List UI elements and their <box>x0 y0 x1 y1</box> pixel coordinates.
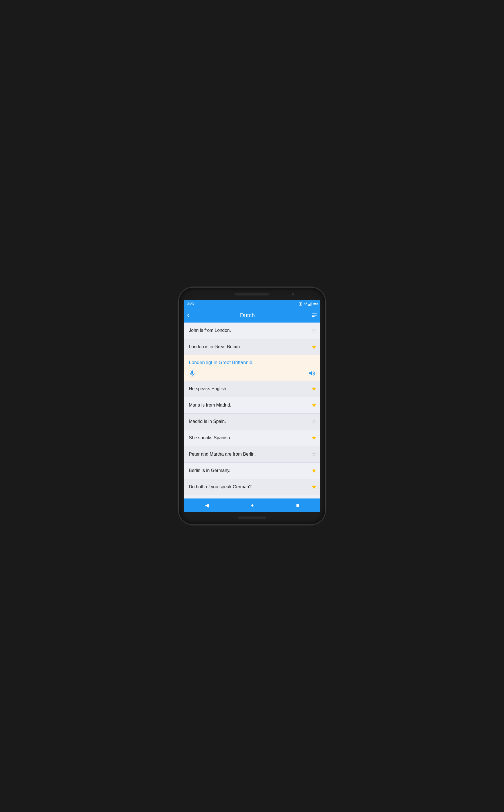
sentence-text: He speaks English. <box>189 386 227 392</box>
sim-icon <box>299 302 302 306</box>
star-button[interactable]: ★ <box>311 467 317 474</box>
list-item[interactable]: He speaks English. ★ <box>184 381 320 397</box>
svg-rect-8 <box>311 302 312 306</box>
phone-frame: 3:23 <box>179 288 325 524</box>
svg-marker-12 <box>309 371 312 376</box>
status-time: 3:23 <box>187 302 194 306</box>
status-icons <box>299 302 317 306</box>
list-item[interactable]: London is in Great Britain. ★ <box>184 339 320 355</box>
expanded-controls <box>189 370 315 377</box>
svg-rect-2 <box>300 303 300 303</box>
star-button[interactable]: ☆ <box>311 328 317 334</box>
menu-button[interactable] <box>312 314 317 317</box>
menu-line-2 <box>312 315 317 315</box>
sentence-text: She speaks Spanish. <box>189 435 231 441</box>
nav-home-button[interactable]: ● <box>246 500 258 511</box>
expanded-translation-panel: Londen ligt in Groot Brittannië. <box>184 355 320 381</box>
list-item[interactable]: Peter and Martha are from Berlin. ☆ <box>184 446 320 463</box>
list-item[interactable]: London is a capital city. ★ <box>184 495 320 498</box>
star-button[interactable]: ★ <box>311 386 317 392</box>
mic-icon[interactable] <box>189 370 196 377</box>
sentence-text: John is from London. <box>189 327 231 334</box>
back-button[interactable]: ‹ <box>187 310 191 320</box>
svg-rect-1 <box>300 303 301 305</box>
wifi-icon <box>303 302 307 306</box>
screen: 3:23 <box>184 300 320 512</box>
svg-rect-7 <box>310 303 311 306</box>
list-item[interactable]: Berlin is in Germany. ★ <box>184 463 320 479</box>
menu-line-3 <box>312 316 315 317</box>
sentence-text: Do both of you speak German? <box>189 484 251 490</box>
top-bar: ‹ Dutch <box>184 308 320 323</box>
star-button[interactable]: ★ <box>311 484 317 490</box>
list-item[interactable]: John is from London. ☆ <box>184 323 320 339</box>
translation-text: Londen ligt in Groot Brittannië. <box>189 359 254 366</box>
sentence-text: Berlin is in Germany. <box>189 467 230 474</box>
list-item[interactable]: Madrid is in Spain. ☆ <box>184 414 320 430</box>
sentence-list[interactable]: John is from London. ☆ London is in Grea… <box>184 323 320 498</box>
star-button[interactable]: ☆ <box>311 418 317 425</box>
sentence-text: Maria is from Madrid. <box>189 402 231 408</box>
list-item[interactable]: Maria is from Madrid. ★ <box>184 397 320 414</box>
svg-rect-5 <box>308 305 309 306</box>
star-button[interactable]: ★ <box>311 344 317 350</box>
page-title: Dutch <box>191 312 303 319</box>
bottom-navigation: ◀ ● ■ <box>184 498 320 512</box>
list-item[interactable]: She speaks Spanish. ★ <box>184 430 320 446</box>
star-button[interactable]: ★ <box>311 435 317 441</box>
battery-icon <box>313 303 317 305</box>
speaker-icon[interactable] <box>308 370 315 377</box>
camera <box>292 293 294 295</box>
svg-rect-9 <box>191 370 193 374</box>
svg-rect-6 <box>309 304 310 306</box>
star-button[interactable]: ☆ <box>311 451 317 457</box>
signal-icon <box>308 302 312 306</box>
nav-back-button[interactable]: ◀ <box>200 500 213 511</box>
list-item[interactable]: Do both of you speak German? ★ <box>184 479 320 495</box>
menu-line-1 <box>312 314 317 314</box>
sentence-text: Madrid is in Spain. <box>189 418 226 425</box>
star-button[interactable]: ★ <box>311 402 317 408</box>
nav-recent-button[interactable]: ■ <box>291 500 304 511</box>
sentence-text: Peter and Martha are from Berlin. <box>189 451 256 457</box>
status-bar: 3:23 <box>184 300 320 308</box>
sentence-text: London is in Great Britain. <box>189 344 241 350</box>
